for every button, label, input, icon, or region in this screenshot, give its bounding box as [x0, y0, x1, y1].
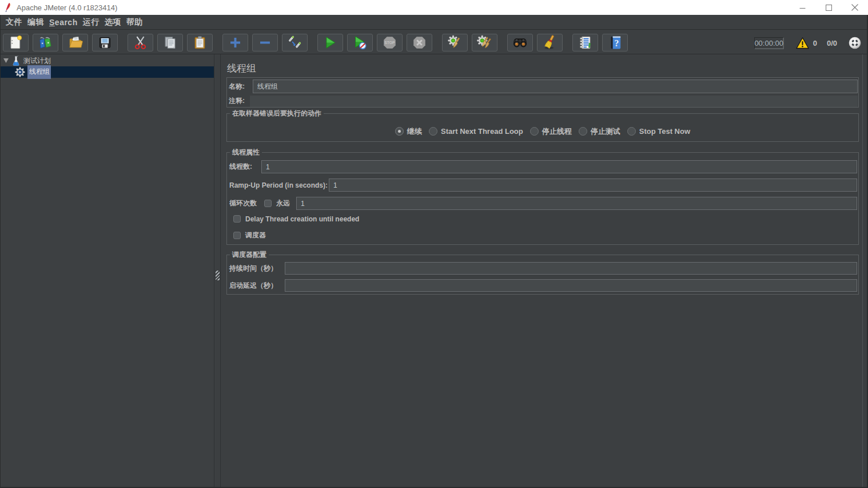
start-no-pauses-button[interactable]	[347, 34, 373, 51]
radio-circle-icon[interactable]	[395, 127, 404, 136]
forever-checkbox[interactable]	[264, 200, 272, 207]
function-helper-icon	[577, 34, 594, 51]
scheduler-config-title: 调度器配置	[230, 251, 269, 259]
menu-run[interactable]: 运行	[82, 17, 101, 27]
comments-label: 注释:	[228, 96, 250, 106]
radio-option-0[interactable]: 继续	[395, 126, 422, 137]
splitter-grip[interactable]	[216, 271, 220, 280]
start-no-pauses-icon	[352, 34, 368, 51]
expand-button[interactable]	[222, 34, 248, 51]
clear-button[interactable]	[442, 34, 468, 51]
thread-properties-group: 线程属性 线程数: Ramp-Up Period (in seconds): 循…	[226, 152, 859, 245]
menu-help[interactable]: 帮助	[125, 17, 144, 27]
thread-group-panel: 线程组 名称: 注释: 在取样器错误后要执行的动作 继续Start Next T…	[221, 54, 863, 487]
on-sample-error-group: 在取样器错误后要执行的动作 继续Start Next Thread Loop停止…	[226, 113, 859, 142]
paste-button[interactable]	[187, 34, 213, 51]
error-count: 0	[813, 39, 817, 47]
open-button[interactable]	[62, 34, 88, 51]
templates-button[interactable]	[33, 34, 58, 51]
forever-label: 永远	[276, 199, 290, 208]
clear-icon	[447, 34, 463, 51]
rampup-label: Ramp-Up Period (in seconds):	[229, 181, 329, 189]
minus-icon	[257, 34, 273, 51]
close-button[interactable]	[842, 0, 868, 15]
rampup-input[interactable]	[329, 178, 857, 192]
minimize-button[interactable]	[789, 0, 815, 15]
delay-thread-checkbox[interactable]	[233, 215, 241, 223]
save-icon	[97, 34, 113, 51]
loop-count-input[interactable]	[296, 197, 857, 210]
radio-circle-icon[interactable]	[429, 127, 437, 136]
radio-circle-icon[interactable]	[627, 127, 636, 136]
menu-bar: 文件 编辑 Search 运行 选项 帮助	[1, 15, 867, 30]
menu-options[interactable]: 选项	[103, 17, 122, 27]
menu-file[interactable]: 文件	[5, 17, 23, 27]
radio-circle-icon[interactable]	[530, 127, 539, 136]
warning-icon[interactable]	[796, 37, 809, 49]
plus-icon	[227, 34, 244, 51]
test-plan-icon	[13, 55, 19, 66]
radio-option-label: 停止测试	[591, 126, 620, 137]
search-button[interactable]	[507, 34, 533, 51]
tree-item-label: 测试计划	[23, 56, 51, 66]
maximize-button[interactable]	[815, 0, 842, 15]
jmeter-logo-icon	[4, 2, 12, 13]
radio-option-4[interactable]: Stop Test Now	[627, 127, 690, 136]
startup-delay-input[interactable]	[285, 279, 857, 292]
duration-input[interactable]	[285, 262, 857, 275]
cut-icon	[132, 34, 149, 51]
delay-thread-label: Delay Thread creation until needed	[245, 215, 359, 223]
stop-button[interactable]: STOP	[377, 34, 403, 51]
expand-arrow-icon[interactable]	[3, 58, 9, 63]
radio-option-label: Start Next Thread Loop	[441, 127, 523, 136]
remote-status-icon	[849, 37, 861, 49]
duration-label: 持续时间（秒）	[229, 264, 285, 273]
title-bar: Apache JMeter (4.0 r1823414)	[0, 0, 868, 15]
radio-circle-icon[interactable]	[579, 127, 587, 136]
copy-button[interactable]	[157, 34, 183, 51]
radio-option-1[interactable]: Start Next Thread Loop	[429, 127, 523, 136]
search-reset-broom-icon	[541, 34, 558, 51]
paste-icon	[192, 34, 208, 51]
radio-option-2[interactable]: 停止线程	[530, 126, 572, 137]
templates-icon	[37, 34, 54, 51]
cut-button[interactable]	[128, 34, 153, 51]
shutdown-icon	[411, 34, 428, 51]
radio-option-3[interactable]: 停止测试	[579, 126, 620, 137]
radio-option-label: 停止线程	[542, 126, 572, 137]
save-button[interactable]	[92, 34, 118, 51]
clear-all-button[interactable]	[472, 34, 497, 51]
shutdown-button[interactable]	[407, 34, 432, 51]
num-threads-input[interactable]	[261, 160, 857, 173]
thread-properties-title: 线程属性	[230, 148, 262, 157]
function-helper-button[interactable]	[572, 34, 598, 51]
search-reset-button[interactable]	[537, 34, 563, 51]
scheduler-checkbox[interactable]	[233, 232, 241, 239]
name-input[interactable]	[253, 80, 858, 93]
window-title: Apache JMeter (4.0 r1823414)	[17, 3, 117, 12]
split-pane-divider[interactable]	[214, 54, 221, 487]
thread-group-icon	[15, 67, 25, 77]
svg-text:STOP: STOP	[384, 41, 395, 45]
help-button[interactable]: ?	[602, 34, 628, 51]
scheduler-config-group: 调度器配置 持续时间（秒） 启动延迟（秒）	[226, 255, 859, 295]
loop-count-label: 循环次数	[229, 199, 264, 208]
tree-item-label: 线程组	[27, 65, 51, 79]
radio-option-label: 继续	[407, 126, 422, 137]
scheduler-label: 调度器	[245, 231, 266, 240]
menu-edit[interactable]: 编辑	[26, 17, 45, 27]
toggle-button[interactable]	[282, 34, 308, 51]
comments-input[interactable]	[250, 96, 858, 107]
start-icon	[322, 34, 339, 51]
collapse-button[interactable]	[252, 34, 278, 51]
on-sample-error-title: 在取样器错误后要执行的动作	[230, 109, 324, 118]
new-button[interactable]	[3, 34, 29, 51]
radio-option-label: Stop Test Now	[639, 127, 690, 136]
start-button[interactable]	[317, 34, 343, 51]
menu-search[interactable]: Search	[48, 18, 79, 27]
copy-icon	[162, 34, 178, 51]
tree-item-thread-group[interactable]: 线程组	[1, 66, 214, 78]
name-comment-box: 名称: 注释:	[226, 77, 859, 108]
open-folder-icon	[67, 34, 83, 51]
tree-item-test-plan[interactable]: 测试计划	[1, 55, 214, 66]
